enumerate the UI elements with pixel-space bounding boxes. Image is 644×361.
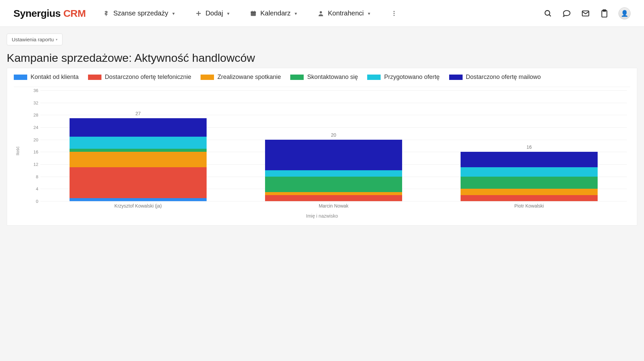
- y-tick: 32: [24, 100, 38, 105]
- svg-point-5: [393, 11, 394, 12]
- legend-item[interactable]: Dostarczono ofertę mailowo: [449, 74, 541, 81]
- nav-item-contractors[interactable]: Kontrahenci ▾: [317, 9, 370, 17]
- nav-item-calendar[interactable]: Kalendarz ▾: [250, 9, 297, 17]
- svg-rect-1: [251, 11, 256, 13]
- brand-name-a: Synergius: [13, 8, 61, 19]
- bar-segment[interactable]: [70, 198, 206, 201]
- chart-container: Kontakt od klientaDostarczono ofertę tel…: [7, 68, 637, 226]
- bar-segment[interactable]: [70, 137, 206, 149]
- y-tick: 36: [24, 88, 38, 93]
- svg-rect-11: [603, 10, 606, 11]
- plus-icon: [195, 10, 202, 17]
- svg-point-8: [545, 10, 550, 15]
- legend-label: Przygotowano ofertę: [384, 74, 439, 81]
- report-settings-button[interactable]: Ustawienia raportu ▾: [7, 34, 62, 45]
- x-tick: Marcin Nowak: [236, 201, 431, 211]
- nav-item-add[interactable]: Dodaj ▾: [195, 9, 229, 17]
- bar-segment[interactable]: [265, 170, 402, 176]
- svg-rect-3: [254, 10, 255, 12]
- app-header: Synergius CRM Szanse sprzedaży ▾ Dodaj ▾…: [0, 0, 644, 27]
- y-tick: 28: [24, 112, 38, 118]
- bar-segment[interactable]: [265, 192, 402, 195]
- legend-label: Dostarczono ofertę mailowo: [466, 74, 541, 81]
- bar-segment[interactable]: [70, 118, 206, 137]
- legend-label: Kontakt od klienta: [31, 74, 79, 81]
- legend-swatch: [449, 75, 463, 80]
- bar-total-label: 16: [526, 144, 532, 150]
- bar-segment[interactable]: [265, 177, 402, 192]
- chevron-down-icon: ▾: [56, 38, 57, 41]
- clipboard-icon[interactable]: [600, 9, 609, 18]
- nav-label: Dodaj: [206, 9, 223, 17]
- legend-label: Skontaktowano się: [307, 74, 358, 81]
- legend-item[interactable]: Dostarczono ofertę telefonicznie: [88, 74, 191, 81]
- brand-logo: Synergius CRM: [13, 8, 86, 19]
- legend-item[interactable]: Zrealizowane spotkanie: [201, 74, 281, 81]
- settings-label: Ustawienia raportu: [12, 37, 54, 42]
- nav-label: Szanse sprzedaży: [113, 9, 168, 17]
- chart-legend: Kontakt od klientaDostarczono ofertę tel…: [14, 72, 630, 87]
- y-tick: 0: [24, 199, 38, 204]
- svg-point-7: [393, 15, 394, 16]
- bar-slot: 16: [431, 90, 627, 201]
- bar-segment[interactable]: [70, 167, 206, 198]
- mail-icon[interactable]: [581, 9, 590, 18]
- bar-segment[interactable]: [461, 189, 597, 195]
- bar-segment[interactable]: [461, 167, 597, 177]
- legend-label: Dostarczono ofertę telefonicznie: [105, 74, 191, 81]
- stacked-bar[interactable]: [70, 118, 206, 201]
- bar-segment[interactable]: [70, 152, 206, 167]
- bar-segment[interactable]: [461, 177, 597, 189]
- bar-segment[interactable]: [265, 195, 402, 201]
- x-tick: Piotr Kowalski: [431, 201, 627, 211]
- x-tick: Krzysztof Kowalski (ja): [40, 201, 236, 211]
- bar-total-label: 20: [331, 132, 336, 138]
- y-tick: 24: [24, 125, 38, 130]
- user-icon: [317, 10, 325, 17]
- svg-point-4: [320, 11, 322, 13]
- y-tick: 12: [24, 162, 38, 167]
- bar-segment[interactable]: [461, 152, 597, 167]
- brand-name-b: CRM: [63, 8, 86, 19]
- chevron-down-icon: ▾: [227, 11, 229, 16]
- legend-item[interactable]: Przygotowano ofertę: [367, 74, 439, 81]
- legend-swatch: [14, 75, 27, 80]
- legend-item[interactable]: Kontakt od klienta: [14, 74, 79, 81]
- bar-segment[interactable]: [265, 140, 402, 171]
- more-vertical-icon: [390, 10, 398, 17]
- bar-segment[interactable]: [70, 149, 206, 152]
- bar-total-label: 27: [135, 111, 141, 116]
- main-content: Ustawienia raportu ▾ Kampanie sprzedażow…: [0, 27, 644, 232]
- nav-item-sales[interactable]: Szanse sprzedaży ▾: [102, 9, 174, 17]
- legend-swatch: [290, 75, 304, 80]
- avatar[interactable]: 👤: [618, 7, 631, 19]
- search-icon[interactable]: [543, 9, 553, 18]
- nav-label: Kontrahenci: [328, 9, 364, 17]
- chevron-down-icon: ▾: [368, 11, 370, 16]
- chart-plot: 272016 Krzysztof Kowalski (ja)Marcin Now…: [24, 90, 630, 211]
- svg-point-6: [393, 13, 394, 14]
- bar-slot: 20: [236, 90, 431, 201]
- y-tick: 4: [24, 186, 38, 191]
- y-tick: 20: [24, 137, 38, 142]
- legend-swatch: [88, 75, 101, 80]
- bar-segment[interactable]: [461, 195, 597, 201]
- chevron-down-icon: ▾: [295, 11, 297, 16]
- chat-icon[interactable]: [562, 9, 571, 18]
- legend-item[interactable]: Skontaktowano się: [290, 74, 358, 81]
- stacked-bar[interactable]: [265, 140, 402, 201]
- legend-swatch: [367, 75, 381, 80]
- chevron-down-icon: ▾: [172, 11, 175, 16]
- header-actions: 👤: [543, 7, 631, 19]
- nav-item-more[interactable]: [390, 10, 398, 17]
- main-nav: Szanse sprzedaży ▾ Dodaj ▾ Kalendarz ▾ K…: [102, 9, 398, 17]
- legend-swatch: [201, 75, 214, 80]
- legend-label: Zrealizowane spotkanie: [217, 74, 281, 81]
- calendar-icon: [250, 10, 257, 17]
- nav-label: Kalendarz: [260, 9, 291, 17]
- svg-rect-2: [252, 10, 253, 12]
- stacked-bar[interactable]: [461, 152, 597, 201]
- y-tick: 16: [24, 149, 38, 154]
- y-axis-label: Ilość: [14, 146, 22, 155]
- dollar-icon: [102, 10, 110, 17]
